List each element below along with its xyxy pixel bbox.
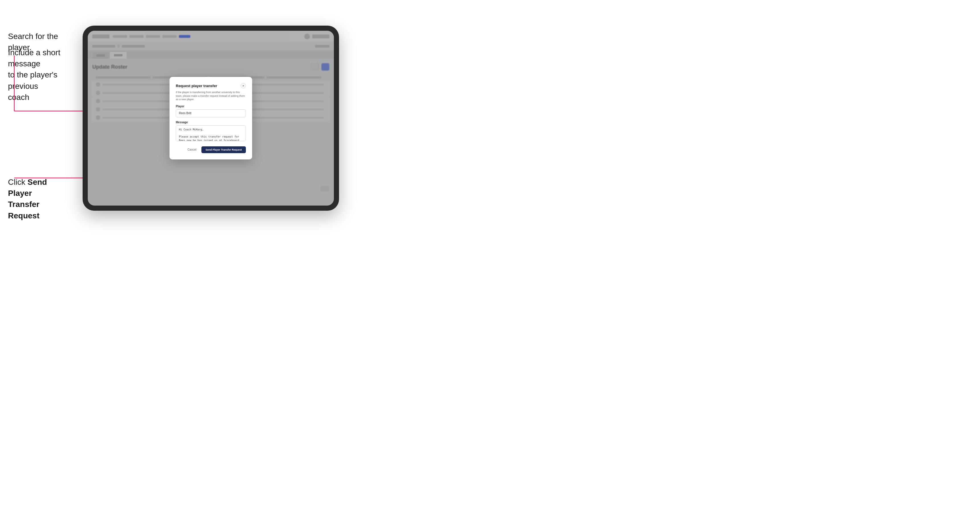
send-transfer-button[interactable]: Send Player Transfer Request: [201, 146, 246, 153]
annotation-message-text: Include a short messageto the player's p…: [8, 47, 76, 103]
modal-header: Request player transfer ✕: [176, 83, 246, 88]
tablet-device: Update Roster: [83, 25, 339, 211]
modal-overlay: Request player transfer ✕ If the player …: [88, 31, 334, 206]
modal-close-button[interactable]: ✕: [241, 83, 246, 88]
message-label: Message: [176, 121, 246, 124]
message-textarea[interactable]: Hi Coach McHarg, Please accept this tran…: [176, 125, 246, 141]
player-label: Player: [176, 105, 246, 108]
modal-description: If the player is transferring from anoth…: [176, 90, 246, 102]
tablet-outer: Update Roster: [83, 25, 339, 211]
transfer-modal: Request player transfer ✕ If the player …: [170, 77, 252, 159]
annotation-click-text: Click Send PlayerTransfer Request: [8, 176, 71, 221]
cancel-button[interactable]: Cancel: [185, 146, 199, 153]
tablet-screen: Update Roster: [88, 31, 334, 206]
annotation-click-prefix: Click: [8, 178, 27, 186]
player-input[interactable]: [176, 110, 246, 117]
modal-title: Request player transfer: [176, 84, 217, 88]
modal-footer: Cancel Send Player Transfer Request: [176, 146, 246, 153]
